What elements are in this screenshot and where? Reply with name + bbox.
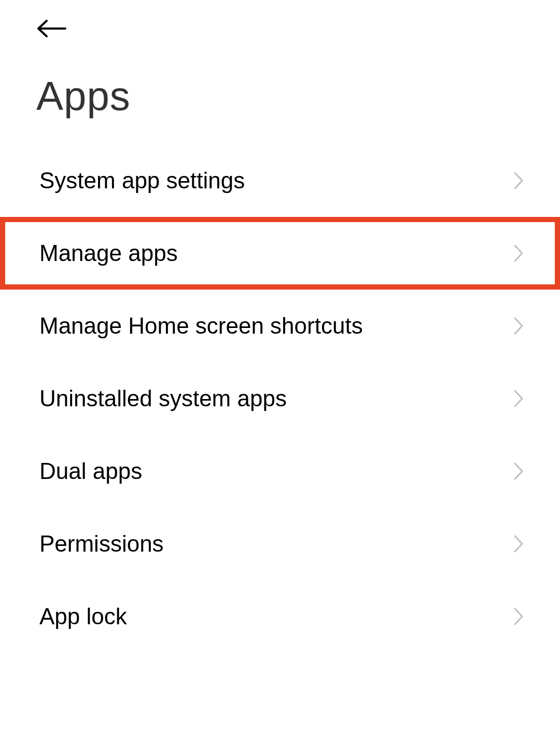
list-item-label: Uninstalled system apps <box>39 386 287 412</box>
chevron-right-icon <box>513 389 524 408</box>
list-item-label: System app settings <box>39 168 245 194</box>
chevron-right-icon <box>513 317 524 335</box>
list-item-label: Manage Home screen shortcuts <box>39 313 363 339</box>
list-item-system-app-settings[interactable]: System app settings <box>0 144 560 217</box>
list-item-manage-home-screen-shortcuts[interactable]: Manage Home screen shortcuts <box>0 290 560 362</box>
chevron-right-icon <box>513 462 524 481</box>
list-item-permissions[interactable]: Permissions <box>0 508 560 580</box>
chevron-right-icon <box>513 244 524 263</box>
list-item-app-lock[interactable]: App lock <box>0 580 560 653</box>
list-item-label: Permissions <box>39 531 164 557</box>
list-item-label: Dual apps <box>39 458 142 484</box>
chevron-right-icon <box>513 535 524 553</box>
settings-list: System app settings Manage apps Manage H… <box>0 144 560 653</box>
list-item-manage-apps[interactable]: Manage apps <box>0 217 560 290</box>
list-item-dual-apps[interactable]: Dual apps <box>0 435 560 508</box>
list-item-uninstalled-system-apps[interactable]: Uninstalled system apps <box>0 362 560 435</box>
page-title: Apps <box>36 73 131 120</box>
list-item-label: App lock <box>39 604 127 629</box>
arrow-left-icon <box>36 19 66 38</box>
chevron-right-icon <box>513 607 524 626</box>
list-item-label: Manage apps <box>39 240 178 266</box>
back-button[interactable] <box>36 16 73 42</box>
chevron-right-icon <box>513 171 524 190</box>
